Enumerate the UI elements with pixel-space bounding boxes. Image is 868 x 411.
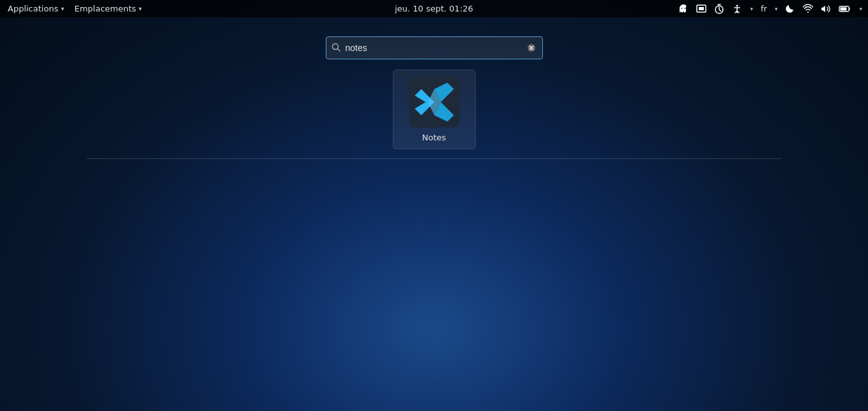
timer-icon[interactable] <box>711 0 727 17</box>
screen-recorder-icon[interactable] <box>693 0 710 17</box>
top-panel: Applications ▾ Emplacements ▾ jeu. 10 se… <box>0 0 868 17</box>
app-item-notes[interactable]: Notes <box>393 70 476 149</box>
svg-point-0 <box>681 8 683 9</box>
system-tray: ▾ fr ▾ <box>675 0 865 17</box>
svg-rect-3 <box>699 7 704 10</box>
app-icon-container <box>409 77 460 128</box>
svg-rect-7 <box>841 7 847 10</box>
svg-point-5 <box>736 4 738 6</box>
battery-icon[interactable] <box>835 0 855 17</box>
language-indicator[interactable]: fr <box>758 0 770 17</box>
search-box <box>326 36 543 59</box>
app-grid: Notes <box>393 70 476 149</box>
applications-arrow: ▾ <box>61 5 64 12</box>
accessibility-icon[interactable] <box>729 0 745 17</box>
locations-arrow: ▾ <box>139 5 142 12</box>
search-clear-button[interactable] <box>526 42 537 54</box>
wifi-icon[interactable] <box>800 0 816 17</box>
svg-point-1 <box>685 8 686 9</box>
applications-label: Applications <box>8 4 58 13</box>
ghost-icon[interactable] <box>675 0 692 17</box>
accessibility-arrow[interactable]: ▾ <box>747 0 756 17</box>
locations-label: Emplacements <box>74 4 136 13</box>
applications-menu[interactable]: Applications ▾ <box>3 0 69 17</box>
night-mode-icon[interactable] <box>782 0 798 17</box>
lang-arrow[interactable]: ▾ <box>772 0 781 17</box>
app-name-notes: Notes <box>422 133 446 142</box>
volume-icon[interactable] <box>818 0 834 17</box>
results-area: Notes <box>0 70 868 149</box>
results-divider <box>87 158 781 159</box>
datetime-display: jeu. 10 sept. 01:26 <box>395 4 473 13</box>
search-area <box>0 36 868 59</box>
locations-menu[interactable]: Emplacements ▾ <box>69 0 147 17</box>
battery-arrow[interactable]: ▾ <box>856 0 865 17</box>
vscode-svg-icon <box>413 80 456 124</box>
search-icon <box>331 43 340 54</box>
search-input[interactable] <box>346 43 521 53</box>
panel-left: Applications ▾ Emplacements ▾ <box>3 0 147 17</box>
datetime-text: jeu. 10 sept. 01:26 <box>395 4 473 13</box>
language-label: fr <box>761 4 767 13</box>
